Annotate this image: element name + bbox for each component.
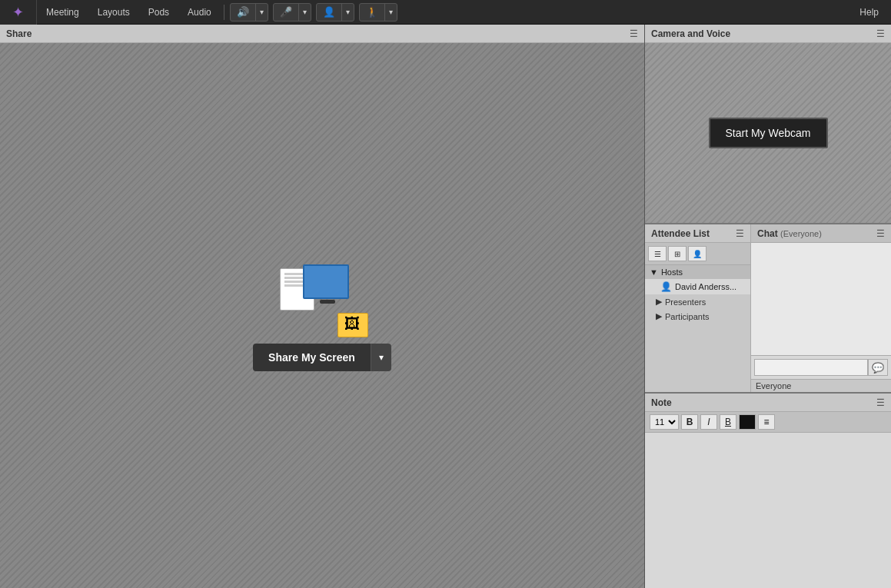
figure-icon: 🚶 xyxy=(366,6,378,18)
menu-pods[interactable]: Pods xyxy=(139,0,178,25)
share-content-area: Share My Screen ▾ xyxy=(0,43,644,588)
person-button[interactable]: 👤 xyxy=(317,3,341,22)
attendee-chat-row: Attendee List ☰ ☰ ⊞ 👤 ▼ Hosts 👤 David An… xyxy=(645,224,891,394)
chat-panel: Chat (Everyone) ☰ 💬 Everyone xyxy=(751,224,891,392)
speaker-icon: 🔊 xyxy=(237,6,249,18)
speaker-arrow-button[interactable]: ▾ xyxy=(255,3,268,22)
note-bold-italic-button[interactable]: B xyxy=(720,414,736,430)
note-panel-menu-button[interactable]: ☰ xyxy=(876,397,885,408)
chat-panel-title: Chat xyxy=(757,228,778,239)
chat-title-area: Chat (Everyone) xyxy=(757,228,822,239)
note-body[interactable] xyxy=(645,433,891,588)
top-bar: ✦ Meeting Layouts Pods Audio 🔊 ▾ 🎤 ▾ 👤 ▾… xyxy=(0,0,891,25)
attendee-list-view-button[interactable]: ☰ xyxy=(648,246,667,261)
chat-panel-header: Chat (Everyone) ☰ xyxy=(751,224,891,243)
note-panel-header: Note ☰ xyxy=(645,394,891,412)
participants-group-header[interactable]: ▶ Participants xyxy=(645,309,750,324)
camera-background: Start My Webcam xyxy=(645,43,891,223)
person-btn-group: 👤 ▾ xyxy=(316,3,354,22)
camera-panel-header: Camera and Voice ☰ xyxy=(645,25,891,43)
menu-audio[interactable]: Audio xyxy=(178,0,221,25)
share-panel-menu-button[interactable]: ☰ xyxy=(630,28,638,39)
right-panel: Camera and Voice ☰ Start My Webcam Atten… xyxy=(645,25,891,588)
share-center: Share My Screen ▾ xyxy=(253,261,391,371)
hosts-group-header[interactable]: ▼ Hosts xyxy=(645,265,750,279)
chat-message-area xyxy=(751,243,891,355)
person-icon: 👤 xyxy=(323,6,335,18)
chat-recipient-label: Everyone xyxy=(751,379,891,392)
speaker-button[interactable]: 🔊 xyxy=(231,3,255,22)
mic-button[interactable]: 🎤 xyxy=(274,3,298,22)
note-bold-button[interactable]: B xyxy=(681,414,698,430)
note-panel-title: Note xyxy=(651,397,672,408)
presenters-group-header[interactable]: ▶ Presenters xyxy=(645,294,750,309)
host-name: David Anderss... xyxy=(675,282,736,291)
note-italic-button[interactable]: I xyxy=(700,414,717,430)
figure-arrow-button[interactable]: ▾ xyxy=(384,3,397,22)
menu-layouts[interactable]: Layouts xyxy=(88,0,139,25)
note-list-button[interactable]: ≡ xyxy=(758,414,775,430)
attendee-action-button[interactable]: 👤 xyxy=(688,246,706,261)
start-webcam-button[interactable]: Start My Webcam xyxy=(709,118,828,148)
attendee-grid-view-button[interactable]: ⊞ xyxy=(668,246,687,261)
hosts-collapse-icon: ▼ xyxy=(650,267,658,277)
participants-label: Participants xyxy=(665,312,709,321)
chat-send-icon: 💬 xyxy=(872,362,884,374)
share-panel: Share ☰ Share My Screen ▾ xyxy=(0,25,645,588)
attendee-panel-title: Attendee List xyxy=(651,228,710,239)
attendee-row: 👤 David Anderss... xyxy=(645,279,750,294)
screen-icon xyxy=(303,264,349,299)
attendee-panel: Attendee List ☰ ☰ ⊞ 👤 ▼ Hosts 👤 David An… xyxy=(645,224,751,392)
participants-expand-icon: ▶ xyxy=(656,311,662,321)
presenters-expand-icon: ▶ xyxy=(656,297,662,307)
note-panel: Note ☰ 11 B I B ≡ xyxy=(645,394,891,588)
speaker-btn-group: 🔊 ▾ xyxy=(230,3,268,22)
menu-meeting[interactable]: Meeting xyxy=(37,0,88,25)
main-layout: Share ☰ Share My Screen ▾ Camer xyxy=(0,25,891,588)
mic-arrow-button[interactable]: ▾ xyxy=(298,3,311,22)
attendee-panel-menu-button[interactable]: ☰ xyxy=(736,228,744,239)
attendee-toolbar: ☰ ⊞ 👤 xyxy=(645,243,750,265)
figure-button[interactable]: 🚶 xyxy=(360,3,384,22)
attendee-list: ▼ Hosts 👤 David Anderss... ▶ Presenters … xyxy=(645,265,750,392)
attendee-panel-header: Attendee List ☰ xyxy=(645,224,750,243)
note-toolbar: 11 B I B ≡ xyxy=(645,412,891,433)
figure-btn-group: 🚶 ▾ xyxy=(359,3,397,22)
camera-panel-title: Camera and Voice xyxy=(651,28,730,39)
share-my-screen-button[interactable]: Share My Screen xyxy=(253,344,371,371)
hosts-label: Hosts xyxy=(661,267,683,277)
mic-icon: 🎤 xyxy=(280,6,292,18)
chat-input-row: 💬 xyxy=(751,355,891,379)
avatar-icon: 👤 xyxy=(660,281,672,292)
note-color-button[interactable] xyxy=(739,414,756,430)
help-button[interactable]: Help xyxy=(847,0,891,25)
presenters-label: Presenters xyxy=(665,297,706,307)
note-font-size-select[interactable]: 11 xyxy=(650,414,679,430)
toolbar-separator xyxy=(224,5,224,20)
chat-everyone-indicator: (Everyone) xyxy=(780,229,822,238)
share-panel-header: Share ☰ xyxy=(0,25,644,43)
menu-bar: Meeting Layouts Pods Audio xyxy=(37,0,221,25)
share-button-row: Share My Screen ▾ xyxy=(253,344,391,371)
mic-btn-group: 🎤 ▾ xyxy=(273,3,311,22)
camera-panel-menu-button[interactable]: ☰ xyxy=(876,28,885,39)
chat-input[interactable] xyxy=(754,359,868,376)
chat-panel-menu-button[interactable]: ☰ xyxy=(876,228,885,239)
logo-area: ✦ xyxy=(0,0,37,25)
camera-panel: Camera and Voice ☰ Start My Webcam xyxy=(645,25,891,224)
share-arrow-dropdown[interactable]: ▾ xyxy=(371,344,391,371)
logo-star-icon: ✦ xyxy=(12,4,24,21)
photo-icon xyxy=(337,313,368,337)
share-panel-title: Share xyxy=(6,28,32,39)
share-icon-area xyxy=(276,261,368,337)
chat-send-button[interactable]: 💬 xyxy=(868,359,888,376)
person-arrow-button[interactable]: ▾ xyxy=(341,3,354,22)
